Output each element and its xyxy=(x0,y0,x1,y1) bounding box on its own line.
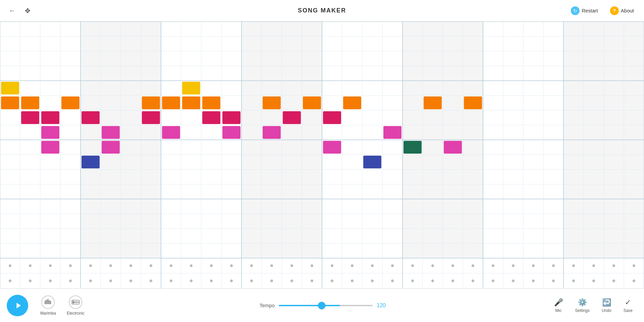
save-icon: ✓ xyxy=(625,298,631,307)
toolbar-right: 🎤 Mic ⚙️ Settings ↩️ Undo ✓ Save xyxy=(549,295,637,316)
mic-button[interactable]: 🎤 Mic xyxy=(549,295,568,316)
header-right: ↻ Restart ? About xyxy=(567,4,637,17)
svg-rect-4 xyxy=(50,301,51,304)
grid-area[interactable] xyxy=(0,22,644,288)
undo-icon: ↩️ xyxy=(602,298,611,307)
app-header: ← ✥ SONG MAKER ↻ Restart ? About xyxy=(0,0,644,22)
tempo-slider[interactable] xyxy=(279,305,373,306)
svg-rect-3 xyxy=(49,300,50,304)
tempo-label: Tempo xyxy=(260,303,275,308)
back-button[interactable]: ← xyxy=(7,5,17,16)
svg-rect-12 xyxy=(78,301,79,303)
svg-rect-7 xyxy=(48,298,49,299)
about-icon: ? xyxy=(610,6,619,15)
svg-rect-0 xyxy=(45,301,46,304)
electronic-button[interactable]: Electronic xyxy=(63,293,89,318)
svg-rect-2 xyxy=(47,299,48,304)
play-button[interactable] xyxy=(7,295,28,316)
save-button[interactable]: ✓ Save xyxy=(619,295,637,316)
header-left: ← ✥ xyxy=(7,5,33,17)
svg-rect-6 xyxy=(47,299,47,300)
bottom-toolbar: Marimba Electronic Tempo 120 🎤 Mic xyxy=(0,288,644,322)
tempo-value: 120 xyxy=(377,303,389,309)
settings-icon: ⚙️ xyxy=(578,298,587,307)
instrument-group: Marimba Electronic xyxy=(36,293,88,318)
svg-rect-1 xyxy=(46,300,47,304)
play-icon xyxy=(13,301,23,310)
svg-point-11 xyxy=(76,301,78,303)
tempo-group: Tempo 120 xyxy=(99,303,549,309)
marimba-icon xyxy=(41,295,55,309)
svg-point-10 xyxy=(74,301,76,303)
svg-rect-9 xyxy=(73,301,74,304)
restart-button[interactable]: ↻ Restart xyxy=(567,4,601,17)
restart-icon: ↻ xyxy=(571,6,580,15)
app-title: SONG MAKER xyxy=(298,7,346,14)
about-button[interactable]: ? About xyxy=(607,4,637,17)
mic-icon: 🎤 xyxy=(554,298,563,307)
svg-rect-5 xyxy=(45,300,46,301)
electronic-icon xyxy=(69,295,82,309)
marimba-button[interactable]: Marimba xyxy=(36,293,60,318)
settings-button[interactable]: ⚙️ Settings xyxy=(570,295,594,316)
undo-button[interactable]: ↩️ Undo xyxy=(597,295,616,316)
move-button[interactable]: ✥ xyxy=(23,5,33,17)
